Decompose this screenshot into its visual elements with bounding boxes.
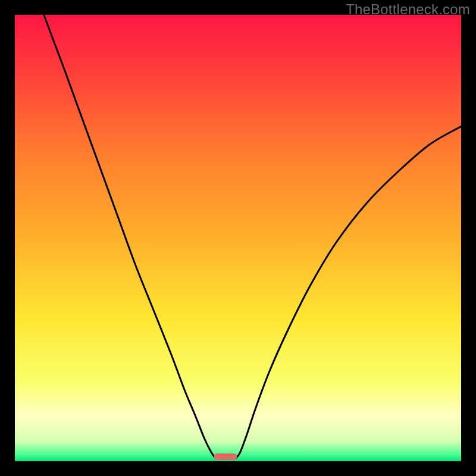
bottleneck-marker (214, 453, 237, 460)
gradient-background (15, 15, 461, 461)
chart-frame: TheBottleneck.com (0, 0, 476, 476)
marker-group (214, 453, 237, 460)
bottleneck-chart (15, 15, 461, 461)
